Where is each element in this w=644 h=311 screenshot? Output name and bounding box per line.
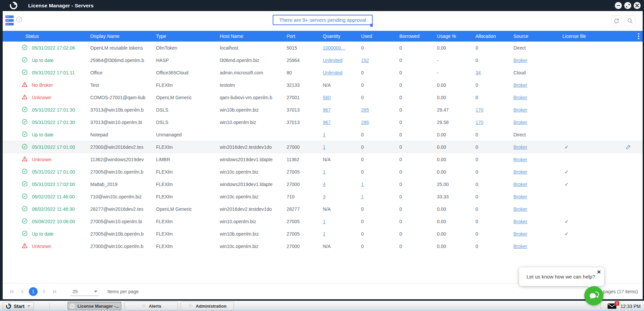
source-cell-value[interactable]: Broker (513, 107, 527, 113)
allocation-cell-value[interactable]: 170 (476, 120, 483, 125)
quantity-cell-value[interactable]: 967 (323, 120, 331, 125)
borrowed-cell: 0 (399, 70, 437, 75)
source-cell-value[interactable]: Broker (513, 144, 527, 150)
quantity-cell-value[interactable]: 3 (323, 194, 326, 199)
quantity-cell-value[interactable]: Unlimited (323, 70, 342, 75)
used-cell-value[interactable]: 285 (361, 107, 369, 113)
quantity-cell-value[interactable]: 560 (323, 95, 331, 100)
display-name-cell-value: 28277@win2016dev2.tes (90, 206, 143, 212)
close-button[interactable] (634, 2, 641, 9)
quantity-cell-value[interactable]: Unlimited (323, 58, 342, 63)
next-page-button[interactable] (39, 287, 49, 297)
source-cell-value[interactable]: Broker (513, 206, 527, 212)
quantity-cell-value[interactable]: 4 (323, 182, 326, 187)
maximize-button[interactable] (624, 2, 631, 9)
col-header-type[interactable]: Type (156, 34, 220, 39)
source-cell-value[interactable]: Broker (513, 82, 527, 88)
used-cell-value[interactable]: 152 (361, 58, 369, 63)
col-header-allocation[interactable]: Allocation (476, 34, 513, 39)
used-cell-value[interactable]: 1 (361, 182, 364, 187)
quantity-cell-value[interactable]: 1 (323, 231, 326, 237)
allocation-cell-value[interactable]: 34 (476, 70, 481, 75)
current-page-button[interactable]: 1 (29, 287, 38, 296)
col-header-host-name[interactable]: Host Name (220, 34, 287, 39)
page-size-select[interactable]: 25 (70, 287, 99, 296)
col-header-borrowed[interactable]: Borrowed (399, 34, 437, 39)
host-name-cell: win10.openlm.biz (220, 120, 287, 125)
table-row[interactable]: Unknown11362@windows2019devLiMBRwindows2… (3, 153, 643, 166)
first-page-button[interactable] (7, 287, 17, 297)
table-row[interactable]: Up to dateNotepadUnmanaged1000.000Direct (3, 128, 643, 141)
col-header-license-file[interactable]: License file (562, 34, 621, 39)
col-header-quantity[interactable]: Quantity (323, 34, 361, 39)
license-file-check-icon: ✓ (562, 181, 569, 187)
prev-page-button[interactable] (17, 287, 28, 297)
status-ok-icon (22, 169, 28, 175)
col-header-status[interactable]: Status (3, 34, 90, 39)
start-button[interactable]: Start (3, 302, 34, 310)
table-row[interactable]: 06/02/2022 11:46:00710@win10c.openlm.biz… (3, 190, 643, 203)
source-cell-value[interactable]: Broker (513, 231, 527, 237)
table-row[interactable]: 05/31/2022 17:01:11OfficeOffice365Clouda… (3, 66, 643, 79)
search-button[interactable] (625, 15, 635, 26)
taskbar-button-license-manager[interactable]: License Manager -... (67, 302, 121, 310)
source-cell-value[interactable]: Broker (513, 219, 527, 224)
table-row[interactable]: 05/31/2022 17:01:0027000@win2016dev2.tes… (3, 141, 643, 153)
column-menu-icon[interactable] (638, 33, 643, 39)
edit-pencil-icon[interactable] (626, 144, 643, 150)
table-row[interactable]: 05/31/2022 17:01:3037013@win10.openlm.bi… (3, 116, 643, 128)
info-icon[interactable]: i (16, 16, 22, 22)
source-cell-value[interactable]: Broker (513, 95, 527, 100)
source-cell-value[interactable]: Broker (513, 169, 527, 175)
table-row[interactable]: 06/02/2022 11:46:3028277@win2016dev2.tes… (3, 203, 643, 215)
used-cell-value[interactable]: 286 (361, 120, 369, 125)
table-row[interactable]: Unknown27000@win10c.openlm.bFLEXlmwin10c… (3, 240, 643, 252)
source-cell-value[interactable]: Broker (513, 58, 527, 63)
chat-tooltip-close-icon[interactable]: ✕ (597, 269, 601, 274)
refresh-button[interactable] (611, 15, 622, 26)
quantity-cell-value[interactable]: 1000000... (323, 45, 345, 51)
quantity-cell-value[interactable]: 1 (323, 169, 326, 175)
table-row[interactable]: 05/31/2022 17:02:00Matlab_2019FLEXlmwind… (3, 178, 643, 190)
col-header-usage[interactable]: Usage % (437, 34, 476, 39)
quantity-cell-value[interactable]: 967 (323, 107, 331, 113)
table-row[interactable]: Up to date27005@win10b.openlm.bFLEXlmwin… (3, 228, 643, 240)
col-header-display-name[interactable]: Display Name (90, 34, 156, 39)
col-header-used[interactable]: Used (361, 34, 399, 39)
pending-approval-notice[interactable]: There are 9+ servers pending approval (273, 15, 373, 25)
taskbar-button-administration[interactable]: Administration (181, 302, 234, 310)
col-header-source[interactable]: Source (513, 34, 562, 39)
source-cell-value[interactable]: Broker (513, 182, 527, 187)
quantity-cell-value[interactable]: 1 (323, 219, 326, 224)
table-row[interactable]: Up to date25964@l306md.openlm.bHASPl306m… (3, 54, 643, 66)
table-row[interactable]: 05/31/2022 17:02:06OpenLM reusable token… (3, 42, 643, 54)
table-row[interactable]: UnknownCOMOS-27001@qam-liubOpenLM Generi… (3, 91, 643, 104)
source-cell-value[interactable]: Broker (513, 244, 527, 249)
status-ok-icon (22, 57, 28, 64)
used-cell-value[interactable]: 1 (361, 194, 364, 199)
quantity-cell-value[interactable]: 1 (323, 144, 326, 150)
host-name-cell: qam-liubovi-vm.openlm.b (220, 95, 287, 100)
table-row[interactable]: 05/08/2022 10:06:0027005@win10.openlm.bi… (3, 215, 643, 228)
display-name-cell: 27000@win2016dev2.tes (90, 144, 156, 150)
quantity-cell-value[interactable]: 1 (323, 132, 326, 137)
table-row[interactable]: 05/31/2022 17:01:3037013@win10b.openlm.b… (3, 104, 643, 116)
minimize-button[interactable] (615, 2, 622, 9)
table-row[interactable]: 05/31/2022 17:01:0027005@win10c.openlm.b… (3, 166, 643, 178)
source-cell-value[interactable]: Broker (513, 157, 527, 162)
table-row[interactable]: No BrokerTestFLEXlmtestolm32133N/A000.00… (3, 79, 643, 91)
quantity-cell: N/A (323, 157, 361, 162)
source-cell-value[interactable]: Broker (513, 194, 527, 199)
allocation-cell-value[interactable]: 170 (476, 107, 483, 113)
chat-button[interactable] (584, 286, 603, 305)
allocation-cell: 0 (476, 58, 513, 63)
source-cell-value[interactable]: Broker (513, 120, 527, 125)
taskbar-button-alerts[interactable]: Alerts (125, 302, 178, 310)
mail-tray-icon[interactable]: 1 (607, 303, 616, 309)
toolbar: i There are 9+ servers pending approval (3, 11, 643, 31)
host-name-cell: windows2019dev1.ldapte (220, 157, 287, 162)
type-cell-value: OpenLM Generic (156, 95, 192, 100)
server-list-icon[interactable] (5, 15, 14, 26)
col-header-port[interactable]: Port (287, 34, 323, 39)
last-page-button[interactable] (49, 287, 59, 297)
